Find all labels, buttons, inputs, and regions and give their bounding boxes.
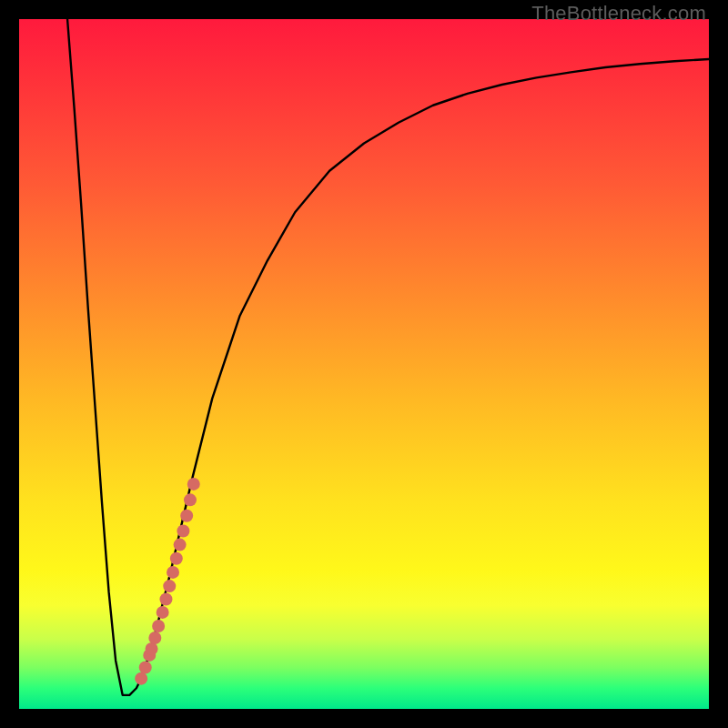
data-point [163, 580, 176, 592]
data-point [174, 539, 187, 551]
chart-overlay [19, 19, 709, 709]
data-point [135, 672, 147, 685]
data-point [170, 552, 183, 565]
data-point [180, 510, 193, 522]
data-point [157, 606, 169, 619]
data-point [139, 662, 152, 674]
highlight-points [135, 478, 200, 685]
data-point [167, 566, 179, 579]
data-point [148, 632, 161, 644]
data-point [184, 493, 197, 506]
data-point [187, 478, 200, 490]
data-point [159, 592, 172, 605]
data-point [177, 524, 189, 537]
data-point [146, 642, 158, 655]
data-point [152, 620, 165, 632]
chart-frame: TheBottleneck.com [0, 0, 728, 728]
